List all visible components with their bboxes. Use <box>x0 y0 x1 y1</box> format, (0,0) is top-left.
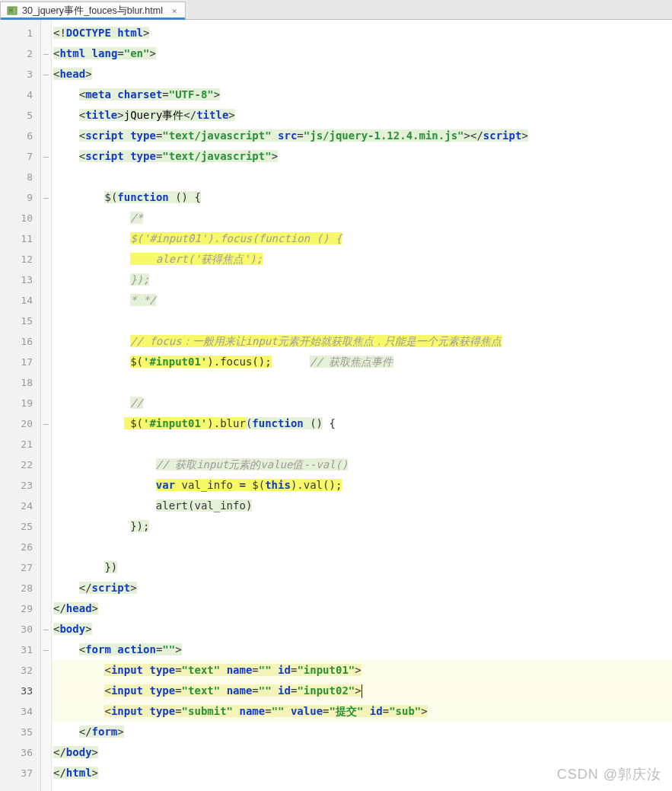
line-number: 3 <box>0 64 40 85</box>
code-line: <title>jQuery事件</title> <box>52 105 672 126</box>
code-line-active: <input type="text" name="" id="input02"> <box>52 681 672 701</box>
code-line <box>52 537 672 557</box>
code-editor[interactable]: 1 2 3 4 5 6 7 8 9 10 11 12 13 14 15 16 1… <box>0 20 672 791</box>
line-number: 12 <box>0 249 40 270</box>
line-number: 23 <box>0 475 40 496</box>
code-line: /* <box>52 208 672 228</box>
code-line: }); <box>52 516 672 537</box>
code-line: // <box>52 393 672 413</box>
code-line: // focus：一般用来让input元素开始就获取焦点，只能是一个元素获得焦点 <box>52 331 672 352</box>
code-line: // 获取input元素的value值--val() <box>52 455 672 475</box>
code-line: <script type="text/javascript" src="js/j… <box>52 126 672 146</box>
line-number: 19 <box>0 393 40 413</box>
line-number: 13 <box>0 270 40 290</box>
code-line <box>52 434 672 455</box>
line-number: 33 <box>0 681 40 701</box>
code-line: <meta charset="UTF-8"> <box>52 85 672 105</box>
text-caret <box>361 684 362 698</box>
line-number: 10 <box>0 208 40 228</box>
line-number: 11 <box>0 228 40 249</box>
code-line <box>52 311 672 331</box>
line-number: 22 <box>0 455 40 475</box>
file-tab[interactable]: H 30_jquery事件_fouces与blur.html × <box>0 2 186 19</box>
code-line: <html lang="en"> <box>52 43 672 64</box>
code-line: var val_info = $(this).val(); <box>52 475 672 496</box>
line-number: 32 <box>0 660 40 681</box>
line-number: 36 <box>0 742 40 763</box>
code-line <box>52 372 672 393</box>
line-number: 37 <box>0 763 40 783</box>
line-number: 17 <box>0 352 40 372</box>
line-number: 18 <box>0 372 40 393</box>
code-line: alert(val_info) <box>52 496 672 516</box>
code-line: $('#input01').focus(function () { <box>52 228 672 249</box>
line-number: 14 <box>0 290 40 311</box>
code-line: </body> <box>52 742 672 763</box>
line-number: 31 <box>0 639 40 660</box>
line-number: 25 <box>0 516 40 537</box>
line-number: 6 <box>0 126 40 146</box>
code-line: * */ <box>52 290 672 311</box>
code-line: $('#input01').blur(function () { <box>52 413 672 434</box>
svg-text:H: H <box>9 8 13 14</box>
code-line: <script type="text/javascript"> <box>52 146 672 167</box>
close-icon[interactable]: × <box>172 6 177 16</box>
line-number: 34 <box>0 701 40 722</box>
code-line: </form> <box>52 722 672 742</box>
code-line: <form action=""> <box>52 639 672 660</box>
tab-filename: 30_jquery事件_fouces与blur.html <box>22 5 163 18</box>
code-line: $(function () { <box>52 187 672 208</box>
watermark: CSDN @郭庆汝 <box>557 765 661 783</box>
code-line: }) <box>52 557 672 578</box>
code-line: </head> <box>52 598 672 619</box>
line-number: 21 <box>0 434 40 455</box>
line-number: 20 <box>0 413 40 434</box>
line-number: 35 <box>0 722 40 742</box>
line-number: 16 <box>0 331 40 352</box>
line-number: 28 <box>0 578 40 598</box>
code-line: </script> <box>52 578 672 598</box>
line-number: 26 <box>0 537 40 557</box>
code-line: <body> <box>52 619 672 639</box>
code-line: <head> <box>52 64 672 85</box>
line-number: 24 <box>0 496 40 516</box>
line-number: 29 <box>0 598 40 619</box>
code-line: }); <box>52 270 672 290</box>
line-number: 9 <box>0 187 40 208</box>
line-number: 30 <box>0 619 40 639</box>
code-line: alert('获得焦点'); <box>52 249 672 270</box>
line-number: 15 <box>0 311 40 331</box>
fold-gutter <box>41 20 52 791</box>
html-file-icon: H <box>7 5 18 16</box>
code-line: <input type="text" name="" id="input01"> <box>52 660 672 681</box>
line-number-gutter: 1 2 3 4 5 6 7 8 9 10 11 12 13 14 15 16 1… <box>0 20 41 791</box>
code-line: $('#input01').focus(); // 获取焦点事件 <box>52 352 672 372</box>
line-number: 27 <box>0 557 40 578</box>
line-number: 8 <box>0 167 40 187</box>
line-number: 4 <box>0 85 40 105</box>
line-number: 2 <box>0 43 40 64</box>
code-line: <input type="submit" name="" value="提交" … <box>52 701 672 722</box>
line-number: 7 <box>0 146 40 167</box>
line-number: 5 <box>0 105 40 126</box>
code-line: <!DOCTYPE html> <box>52 23 672 43</box>
code-line <box>52 167 672 187</box>
line-number: 1 <box>0 23 40 43</box>
code-content[interactable]: <!DOCTYPE html> <html lang="en"> <head> … <box>52 20 672 791</box>
tab-bar: H 30_jquery事件_fouces与blur.html × <box>0 0 672 20</box>
